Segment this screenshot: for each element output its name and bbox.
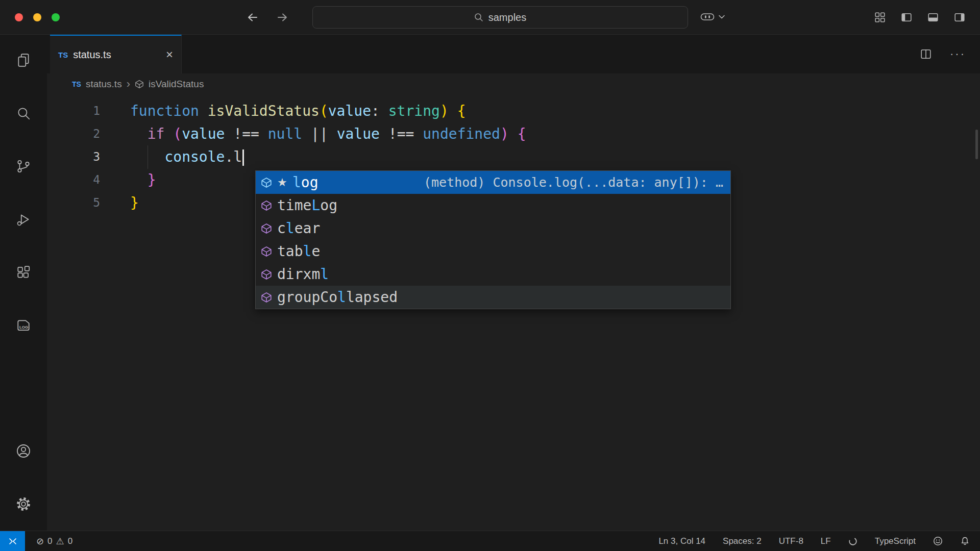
text-cursor (242, 149, 244, 166)
suggest-item[interactable]: timeLog (256, 194, 730, 217)
sidebar-item-run-debug[interactable] (11, 207, 36, 232)
language-mode-status[interactable]: TypeScript (875, 536, 916, 546)
breadcrumb-symbol[interactable]: isValidStatus (149, 79, 204, 90)
code-token: ) (440, 103, 449, 119)
forward-button[interactable] (274, 10, 291, 24)
tab-title: status.ts (73, 49, 161, 61)
layout-grid-icon (874, 12, 886, 23)
method-cube-icon (261, 223, 272, 234)
remote-icon (8, 537, 18, 545)
indentation-status[interactable]: Spaces: 2 (723, 536, 762, 546)
back-button[interactable] (243, 10, 261, 24)
suggest-item[interactable]: ★log(method) Console.log(...data: any[])… (256, 171, 730, 194)
preselect-star-icon: ★ (277, 176, 292, 189)
loading-spinner-icon (848, 537, 857, 546)
suggest-label: log (292, 174, 318, 191)
eol-status[interactable]: LF (821, 536, 831, 546)
close-window-button[interactable] (15, 13, 23, 21)
explorer-files-icon (16, 53, 31, 68)
code-editor[interactable]: 1function isValidStatus(value: string) {… (47, 95, 980, 531)
copilot-menu[interactable] (700, 11, 725, 22)
typescript-file-icon: TS (58, 51, 68, 59)
code-token: value (328, 103, 371, 119)
notifications-bell-icon[interactable] (960, 536, 970, 546)
scrollbar-thumb[interactable] (975, 130, 978, 159)
breadcrumb-file[interactable]: status.ts (86, 79, 122, 90)
split-editor-icon (920, 48, 932, 60)
problems-status[interactable]: ⊘ 0 ⚠ 0 (36, 536, 72, 546)
code-token: string (380, 103, 440, 119)
code-line[interactable]: 1function isValidStatus(value: string) { (47, 99, 980, 122)
suggest-item[interactable]: table (256, 240, 730, 263)
code-token (164, 126, 173, 142)
line-number[interactable]: 2 (47, 122, 100, 145)
code-line[interactable]: 2 if (value !== null || value !== undefi… (47, 122, 980, 145)
code-token: ) (500, 126, 509, 142)
sidebar-item-explorer[interactable] (11, 48, 36, 72)
toggle-secondary-sidebar-button[interactable] (950, 10, 969, 25)
log-output-icon: LOG (16, 318, 31, 333)
sidebar-right-icon (954, 12, 965, 23)
search-icon (16, 106, 31, 121)
method-cube-icon (261, 292, 272, 303)
typescript-file-icon: TS (72, 80, 81, 88)
code-token: .l (225, 148, 242, 165)
command-center-search[interactable]: samples (312, 6, 688, 29)
panel-bottom-icon (927, 12, 939, 23)
zoom-window-button[interactable] (52, 13, 60, 21)
customize-layout-button[interactable] (871, 10, 889, 25)
arrow-right-icon (276, 12, 289, 22)
code-token: { (457, 103, 466, 119)
suggest-label: table (277, 243, 320, 260)
sidebar-item-source-control[interactable] (11, 154, 36, 179)
sidebar-item-extensions[interactable] (11, 260, 36, 285)
line-number[interactable]: 5 (47, 191, 100, 214)
sidebar-item-search[interactable] (11, 101, 36, 126)
line-number[interactable]: 1 (47, 99, 100, 122)
account-person-icon (15, 443, 32, 459)
tab-status-ts[interactable]: TS status.ts × (50, 35, 182, 73)
code-token: console (164, 148, 225, 165)
more-actions-button[interactable]: ··· (948, 45, 968, 63)
minimize-window-button[interactable] (33, 13, 41, 21)
sidebar-item-output-log[interactable]: LOG (11, 313, 36, 338)
encoding-status[interactable]: UTF-8 (779, 536, 803, 546)
sidebar-item-settings[interactable] (11, 492, 36, 516)
status-bar: ⊘ 0 ⚠ 0 Ln 3, Col 14 Spaces: 2 UTF-8 LF … (0, 531, 980, 551)
window-controls (0, 13, 60, 21)
code-token (509, 126, 518, 142)
breadcrumb: TS status.ts › isValidStatus (47, 73, 980, 95)
code-token: value (337, 126, 380, 142)
code-token (199, 103, 208, 119)
search-icon (474, 13, 483, 22)
line-number[interactable]: 4 (47, 168, 100, 191)
suggest-label: timeLog (277, 197, 337, 214)
feedback-smiley-icon[interactable] (933, 536, 943, 546)
warnings-icon: ⚠ (56, 536, 64, 546)
suggest-item[interactable]: dirxml (256, 263, 730, 286)
code-token: { (518, 126, 526, 142)
suggest-item[interactable]: clear (256, 217, 730, 240)
suggest-item[interactable]: groupCollapsed (256, 286, 730, 309)
code-token: : (371, 103, 380, 119)
code-token: !== (380, 126, 423, 142)
split-editor-button[interactable] (918, 46, 934, 62)
code-token: ( (320, 103, 328, 119)
code-line[interactable]: 3 console.l (47, 145, 980, 168)
tab-close-icon[interactable]: × (166, 48, 173, 61)
errors-icon: ⊘ (36, 536, 44, 546)
symbol-cube-icon (135, 80, 144, 89)
run-debug-icon (16, 212, 31, 227)
code-token (130, 126, 148, 142)
command-center-query: samples (488, 12, 526, 23)
remote-indicator-button[interactable] (0, 531, 25, 551)
line-number[interactable]: 3 (47, 145, 100, 168)
arrow-left-icon (246, 12, 259, 22)
code-token: } (130, 194, 139, 211)
toggle-primary-sidebar-button[interactable] (897, 10, 916, 25)
code-token: !== (225, 126, 267, 142)
toggle-panel-button[interactable] (924, 10, 942, 25)
cursor-position-status[interactable]: Ln 3, Col 14 (658, 536, 705, 546)
sidebar-item-accounts[interactable] (11, 439, 36, 463)
log-label: LOG (19, 325, 28, 330)
